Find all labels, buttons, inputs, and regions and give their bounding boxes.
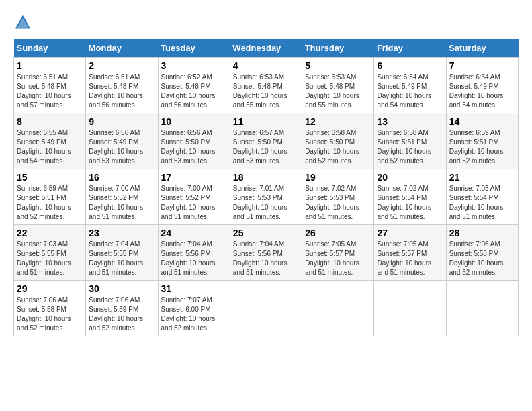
calendar-cell: 27 Sunrise: 7:05 AMSunset: 5:57 PMDaylig… (374, 225, 446, 281)
calendar-cell: 12 Sunrise: 6:58 AMSunset: 5:50 PMDaylig… (302, 113, 374, 169)
calendar-cell: 30 Sunrise: 7:06 AMSunset: 5:59 PMDaylig… (86, 281, 158, 336)
day-number: 6 (377, 60, 443, 71)
day-number: 15 (17, 172, 83, 183)
calendar-week-row: 8 Sunrise: 6:55 AMSunset: 5:49 PMDayligh… (14, 113, 519, 169)
day-info: Sunrise: 6:57 AMSunset: 5:50 PMDaylight:… (233, 129, 287, 165)
weekday-header-friday: Friday (374, 39, 446, 58)
calendar-cell: 9 Sunrise: 6:56 AMSunset: 5:49 PMDayligh… (86, 113, 158, 169)
calendar-cell: 6 Sunrise: 6:54 AMSunset: 5:49 PMDayligh… (374, 58, 446, 113)
calendar-cell: 3 Sunrise: 6:52 AMSunset: 5:48 PMDayligh… (158, 58, 230, 113)
weekday-header-tuesday: Tuesday (158, 39, 230, 58)
calendar-cell: 10 Sunrise: 6:56 AMSunset: 5:50 PMDaylig… (158, 113, 230, 169)
day-info: Sunrise: 7:05 AMSunset: 5:57 PMDaylight:… (377, 240, 431, 276)
day-number: 17 (161, 172, 227, 183)
calendar-cell: 11 Sunrise: 6:57 AMSunset: 5:50 PMDaylig… (230, 113, 302, 169)
day-info: Sunrise: 7:04 AMSunset: 5:55 PMDaylight:… (89, 240, 143, 276)
day-number: 14 (449, 116, 515, 127)
day-info: Sunrise: 7:07 AMSunset: 6:00 PMDaylight:… (161, 296, 216, 332)
day-info: Sunrise: 7:03 AMSunset: 5:55 PMDaylight:… (17, 240, 71, 276)
calendar-cell: 21 Sunrise: 7:03 AMSunset: 5:54 PMDaylig… (446, 169, 518, 225)
day-info: Sunrise: 6:58 AMSunset: 5:50 PMDaylight:… (305, 129, 359, 165)
weekday-header-monday: Monday (86, 39, 158, 58)
header (13, 13, 519, 32)
calendar-cell: 16 Sunrise: 7:00 AMSunset: 5:52 PMDaylig… (86, 169, 158, 225)
day-number: 26 (305, 228, 371, 238)
weekday-header-saturday: Saturday (446, 39, 518, 58)
calendar-cell: 14 Sunrise: 6:59 AMSunset: 5:51 PMDaylig… (446, 113, 518, 169)
day-number: 20 (377, 172, 443, 183)
day-info: Sunrise: 6:53 AMSunset: 5:48 PMDaylight:… (233, 73, 287, 109)
day-number: 28 (449, 228, 515, 238)
day-number: 27 (377, 228, 443, 238)
day-info: Sunrise: 6:59 AMSunset: 5:51 PMDaylight:… (17, 185, 71, 220)
day-info: Sunrise: 6:59 AMSunset: 5:51 PMDaylight:… (449, 129, 504, 165)
calendar-cell: 28 Sunrise: 7:06 AMSunset: 5:58 PMDaylig… (446, 225, 518, 281)
day-number: 25 (233, 228, 299, 238)
calendar-cell (230, 281, 302, 336)
calendar-cell: 22 Sunrise: 7:03 AMSunset: 5:55 PMDaylig… (14, 225, 86, 281)
day-info: Sunrise: 7:05 AMSunset: 5:57 PMDaylight:… (305, 240, 359, 276)
calendar-cell: 4 Sunrise: 6:53 AMSunset: 5:48 PMDayligh… (230, 58, 302, 113)
day-info: Sunrise: 6:54 AMSunset: 5:49 PMDaylight:… (449, 73, 504, 109)
day-number: 23 (89, 228, 154, 238)
day-info: Sunrise: 6:52 AMSunset: 5:48 PMDaylight:… (161, 73, 216, 109)
calendar-cell: 8 Sunrise: 6:55 AMSunset: 5:49 PMDayligh… (14, 113, 86, 169)
day-info: Sunrise: 7:04 AMSunset: 5:56 PMDaylight:… (161, 240, 216, 276)
day-info: Sunrise: 6:56 AMSunset: 5:49 PMDaylight:… (89, 129, 143, 165)
day-number: 7 (449, 60, 515, 71)
calendar-cell: 20 Sunrise: 7:02 AMSunset: 5:54 PMDaylig… (374, 169, 446, 225)
day-number: 19 (305, 172, 371, 183)
logo-icon (13, 13, 32, 32)
day-info: Sunrise: 6:51 AMSunset: 5:48 PMDaylight:… (17, 73, 71, 109)
calendar-cell: 19 Sunrise: 7:02 AMSunset: 5:53 PMDaylig… (302, 169, 374, 225)
weekday-header-wednesday: Wednesday (230, 39, 302, 58)
day-info: Sunrise: 6:55 AMSunset: 5:49 PMDaylight:… (17, 129, 71, 165)
day-info: Sunrise: 7:02 AMSunset: 5:53 PMDaylight:… (305, 185, 359, 220)
logo (13, 13, 35, 32)
calendar-cell: 18 Sunrise: 7:01 AMSunset: 5:53 PMDaylig… (230, 169, 302, 225)
day-number: 2 (89, 60, 154, 71)
day-number: 18 (233, 172, 299, 183)
calendar-cell: 26 Sunrise: 7:05 AMSunset: 5:57 PMDaylig… (302, 225, 374, 281)
day-number: 3 (161, 60, 227, 71)
calendar-week-row: 1 Sunrise: 6:51 AMSunset: 5:48 PMDayligh… (14, 58, 519, 113)
day-info: Sunrise: 7:06 AMSunset: 5:59 PMDaylight:… (89, 296, 143, 332)
day-info: Sunrise: 6:56 AMSunset: 5:50 PMDaylight:… (161, 129, 216, 165)
day-info: Sunrise: 7:02 AMSunset: 5:54 PMDaylight:… (377, 185, 431, 220)
day-number: 11 (233, 116, 299, 127)
day-info: Sunrise: 7:03 AMSunset: 5:54 PMDaylight:… (449, 185, 504, 220)
day-number: 12 (305, 116, 371, 127)
calendar-cell: 7 Sunrise: 6:54 AMSunset: 5:49 PMDayligh… (446, 58, 518, 113)
calendar-cell: 5 Sunrise: 6:53 AMSunset: 5:48 PMDayligh… (302, 58, 374, 113)
day-number: 13 (377, 116, 443, 127)
day-info: Sunrise: 7:06 AMSunset: 5:58 PMDaylight:… (17, 296, 71, 332)
day-info: Sunrise: 6:53 AMSunset: 5:48 PMDaylight:… (305, 73, 359, 109)
day-number: 9 (89, 116, 154, 127)
calendar-cell (446, 281, 518, 336)
day-number: 8 (17, 116, 83, 127)
calendar-cell: 13 Sunrise: 6:58 AMSunset: 5:51 PMDaylig… (374, 113, 446, 169)
calendar-cell: 24 Sunrise: 7:04 AMSunset: 5:56 PMDaylig… (158, 225, 230, 281)
calendar-cell: 15 Sunrise: 6:59 AMSunset: 5:51 PMDaylig… (14, 169, 86, 225)
calendar-cell: 2 Sunrise: 6:51 AMSunset: 5:48 PMDayligh… (86, 58, 158, 113)
day-number: 5 (305, 60, 371, 71)
calendar-cell: 29 Sunrise: 7:06 AMSunset: 5:58 PMDaylig… (14, 281, 86, 336)
weekday-header-thursday: Thursday (302, 39, 374, 58)
calendar-cell: 25 Sunrise: 7:04 AMSunset: 5:56 PMDaylig… (230, 225, 302, 281)
day-info: Sunrise: 6:58 AMSunset: 5:51 PMDaylight:… (377, 129, 431, 165)
day-number: 30 (89, 283, 154, 294)
calendar-cell: 31 Sunrise: 7:07 AMSunset: 6:00 PMDaylig… (158, 281, 230, 336)
day-info: Sunrise: 7:00 AMSunset: 5:52 PMDaylight:… (161, 185, 216, 220)
day-info: Sunrise: 7:04 AMSunset: 5:56 PMDaylight:… (233, 240, 287, 276)
day-number: 31 (161, 283, 227, 294)
day-info: Sunrise: 7:01 AMSunset: 5:53 PMDaylight:… (233, 185, 287, 220)
calendar-cell: 23 Sunrise: 7:04 AMSunset: 5:55 PMDaylig… (86, 225, 158, 281)
calendar-table: SundayMondayTuesdayWednesdayThursdayFrid… (13, 39, 519, 336)
calendar-cell (302, 281, 374, 336)
day-info: Sunrise: 7:06 AMSunset: 5:58 PMDaylight:… (449, 240, 504, 276)
day-number: 10 (161, 116, 227, 127)
day-info: Sunrise: 6:54 AMSunset: 5:49 PMDaylight:… (377, 73, 431, 109)
day-number: 16 (89, 172, 154, 183)
calendar-cell: 17 Sunrise: 7:00 AMSunset: 5:52 PMDaylig… (158, 169, 230, 225)
weekday-header-row: SundayMondayTuesdayWednesdayThursdayFrid… (14, 39, 519, 58)
